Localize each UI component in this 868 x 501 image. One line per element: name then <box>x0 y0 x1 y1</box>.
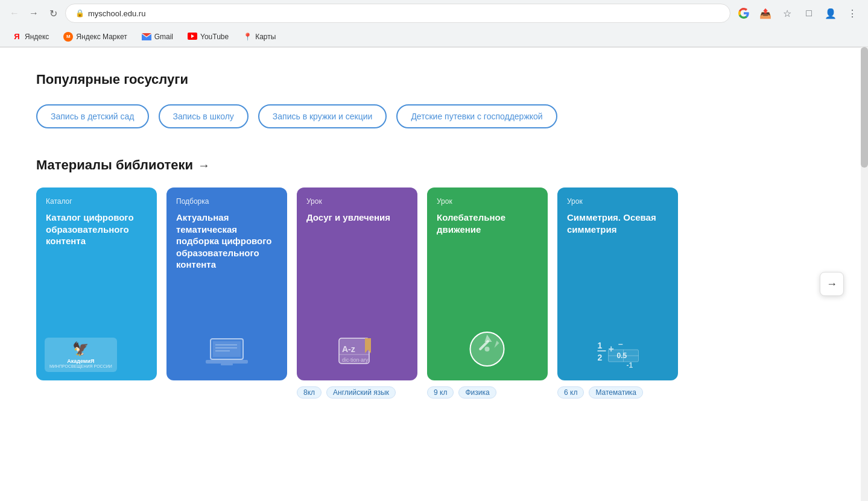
popular-services-section: Популярные госуслуги Запись в детский са… <box>36 72 832 128</box>
card-2-type: Урок <box>306 197 408 206</box>
bookmark-youtube[interactable]: YouTube <box>185 31 231 43</box>
lock-icon: 🔒 <box>75 9 84 17</box>
library-header: Материалы библиотеки → <box>36 157 832 173</box>
next-arrow-button[interactable]: → <box>820 272 844 296</box>
svg-text:1: 1 <box>598 341 603 350</box>
library-section: Материалы библиотеки → Каталог Каталог ц… <box>36 157 832 399</box>
scrollbar-thumb[interactable] <box>861 47 868 168</box>
card-3-tag-grade[interactable]: 9 кл <box>427 386 454 399</box>
card-2-tag-grade[interactable]: 8кл <box>297 386 322 399</box>
maps-favicon: 📍 <box>243 33 252 41</box>
card-4-tag-subject[interactable]: Математика <box>589 386 643 399</box>
card-4-title: Симметрия. Осевая симметрия <box>567 212 668 235</box>
svg-text:A-z: A-z <box>342 344 355 354</box>
card-wrapper-1: Подборка Актуальная тематическая подборк… <box>166 187 287 399</box>
page-content: Популярные госуслуги Запись в детский са… <box>0 48 868 501</box>
svg-rect-7 <box>206 360 248 364</box>
svg-point-16 <box>485 347 490 351</box>
bookmark-gmail[interactable]: Gmail <box>139 31 176 42</box>
academy-logo: 🦅 АкадемиЯ МИНПРОСВЕЩЕНИЯ РОСCИИ <box>45 338 117 372</box>
football-icon <box>468 330 507 371</box>
gmail-favicon <box>142 33 151 40</box>
library-card-0[interactable]: Каталог Каталог цифрового образовательно… <box>36 187 157 380</box>
card-4-type: Урок <box>567 197 668 206</box>
bookmark-gmail-label: Gmail <box>154 33 173 41</box>
service-btn-2[interactable]: Запись в кружки и секции <box>258 104 387 128</box>
cards-wrapper: Каталог Каталог цифрового образовательно… <box>36 187 832 399</box>
card-wrapper-4: Урок Симметрия. Осевая симметрия 1 2 + <box>557 187 678 399</box>
card-1-title: Актуальная тематическая подборка цифрово… <box>176 212 277 271</box>
card-3-title: Колебательное движение <box>437 212 538 235</box>
card-0-title: Каталог цифрового образовательного конте… <box>46 212 147 247</box>
svg-text:−: − <box>618 339 623 349</box>
service-btn-0[interactable]: Запись в детский сад <box>36 104 149 128</box>
library-arrow[interactable]: → <box>198 159 210 172</box>
card-wrapper-0: Каталог Каталог цифрового образовательно… <box>36 187 157 399</box>
menu-button[interactable]: ⋮ <box>844 5 861 22</box>
svg-text:dic·tion·ary: dic·tion·ary <box>342 357 369 363</box>
address-bar[interactable]: 🔒 myschool.edu.ru <box>65 4 730 23</box>
academy-logo-text: АкадемиЯ <box>49 358 112 364</box>
youtube-favicon <box>188 32 197 42</box>
svg-rect-8 <box>221 364 233 365</box>
library-card-2[interactable]: Урок Досуг и увлечения A-z dic·tion·ary <box>297 187 417 380</box>
browser-toolbar: ← → ↻ 🔒 myschool.edu.ru 📤 ☆ □ 👤 ⋮ <box>0 0 868 27</box>
bookmark-yandex-label: Яндекс <box>25 33 49 41</box>
academy-logo-subtext: МИНПРОСВЕЩЕНИЯ РОСCИИ <box>49 364 112 368</box>
card-wrapper-2: Урок Досуг и увлечения A-z dic·tion·ary <box>297 187 417 399</box>
yandex-market-favicon: М <box>63 32 73 42</box>
browser-chrome: ← → ↻ 🔒 myschool.edu.ru 📤 ☆ □ 👤 ⋮ <box>0 0 868 48</box>
card-wrapper-3: Урок Колебательное движение <box>427 187 548 399</box>
library-card-4[interactable]: Урок Симметрия. Осевая симметрия 1 2 + <box>557 187 678 380</box>
back-button[interactable]: ← <box>7 6 22 20</box>
card-3-type: Урок <box>437 197 538 206</box>
url-text: myschool.edu.ru <box>88 9 145 18</box>
card-4-tag-grade[interactable]: 6 кл <box>557 386 584 399</box>
card-2-title: Досуг и увлечения <box>306 212 408 224</box>
toolbar-icons: 📤 ☆ □ 👤 ⋮ <box>735 5 861 22</box>
card-2-tags: 8кл Английский язык <box>297 386 417 399</box>
bookmarks-bar: Я Яндекс М Яндекс Маркет Gmail Y <box>0 27 868 47</box>
bookmark-maps-label: Карты <box>255 33 276 41</box>
forward-button[interactable]: → <box>27 6 41 20</box>
popular-services-title: Популярные госуслуги <box>36 72 832 87</box>
card-0-type: Каталог <box>46 197 147 206</box>
card-3-tags: 9 кл Физика <box>427 386 548 399</box>
service-btn-3[interactable]: Детские путевки с господдержкой <box>396 104 557 128</box>
bookmark-button[interactable]: ☆ <box>779 5 796 22</box>
services-buttons: Запись в детский сад Запись в школу Запи… <box>36 104 832 128</box>
card-2-tag-subject[interactable]: Английский язык <box>326 386 396 399</box>
laptop-icon <box>206 336 248 368</box>
bookmark-youtube-label: YouTube <box>200 33 229 41</box>
google-button[interactable] <box>735 5 752 22</box>
share-button[interactable]: 📤 <box>757 5 774 22</box>
bookmark-yandex[interactable]: Я Яндекс <box>10 31 51 43</box>
library-card-1[interactable]: Подборка Актуальная тематическая подборк… <box>166 187 287 380</box>
service-btn-1[interactable]: Запись в школу <box>159 104 249 128</box>
bookmark-maps[interactable]: 📍 Карты <box>241 31 278 42</box>
window-button[interactable]: □ <box>800 5 817 22</box>
svg-text:2: 2 <box>598 353 603 362</box>
card-3-tag-subject[interactable]: Физика <box>458 386 496 399</box>
az-icon: A-z dic·tion·ary <box>336 335 378 373</box>
math-icon: 1 2 + − 0.5 -1 <box>595 335 641 373</box>
library-card-3[interactable]: Урок Колебательное движение <box>427 187 548 380</box>
profile-button[interactable]: 👤 <box>822 5 839 22</box>
cards-container: Каталог Каталог цифрового образовательно… <box>36 187 832 399</box>
eagle-icon: 🦅 <box>49 341 112 357</box>
scrollbar[interactable] <box>861 47 868 501</box>
svg-rect-3 <box>213 341 241 357</box>
card-1-type: Подборка <box>176 197 277 206</box>
svg-text:-1: -1 <box>627 361 633 370</box>
card-4-tags: 6 кл Математика <box>557 386 678 399</box>
bookmark-yandex-market-label: Яндекс Маркет <box>76 33 127 41</box>
bookmark-yandex-market[interactable]: М Яндекс Маркет <box>61 31 129 43</box>
yandex-favicon: Я <box>12 32 22 42</box>
library-title: Материалы библиотеки <box>36 157 193 173</box>
reload-button[interactable]: ↻ <box>46 6 60 20</box>
